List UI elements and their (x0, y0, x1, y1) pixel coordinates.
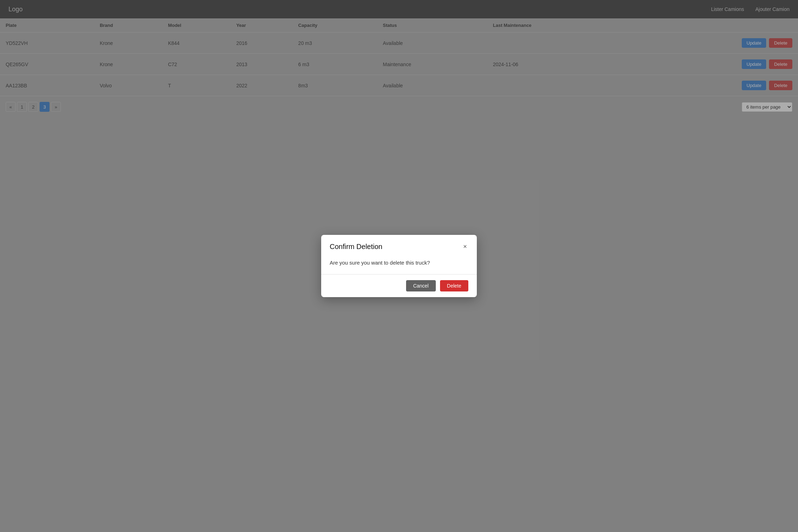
modal-footer: Cancel Delete (321, 274, 477, 297)
modal-header: Confirm Deletion × (321, 235, 477, 257)
confirm-deletion-modal: Confirm Deletion × Are you sure you want… (321, 235, 477, 297)
modal-close-button[interactable]: × (462, 242, 468, 251)
modal-delete-button[interactable]: Delete (440, 280, 468, 291)
modal-overlay: Confirm Deletion × Are you sure you want… (0, 0, 798, 532)
cancel-button[interactable]: Cancel (406, 280, 436, 291)
modal-message: Are you sure you want to delete this tru… (330, 260, 468, 266)
modal-body: Are you sure you want to delete this tru… (321, 257, 477, 274)
modal-title: Confirm Deletion (330, 243, 382, 251)
